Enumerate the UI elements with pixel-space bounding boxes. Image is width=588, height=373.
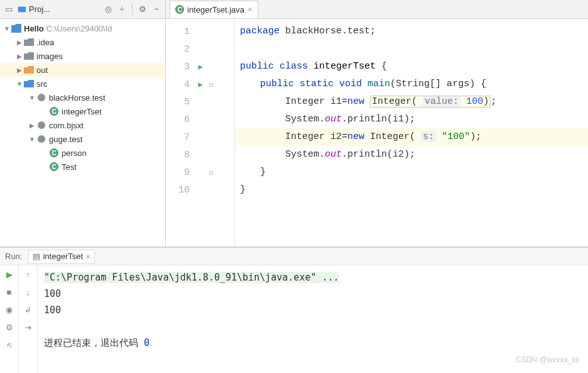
line-number: 3	[166, 62, 195, 72]
watermark: CSDN @wxxxx_xx	[516, 355, 579, 364]
tree-item-label: images	[36, 52, 63, 61]
tree-item-images[interactable]: ▶ images	[0, 49, 165, 63]
output-line: 100	[44, 288, 61, 299]
tree-root[interactable]: ▼ Hello C:\Users\29400\Id	[0, 21, 165, 35]
chevron-down-icon[interactable]: ▼	[3, 25, 11, 32]
project-icon	[11, 23, 21, 33]
tree-item-label: guge.test	[49, 135, 83, 144]
class-icon	[49, 148, 59, 158]
package-icon	[36, 92, 46, 103]
line-number: 9	[166, 167, 195, 178]
tree-item-out[interactable]: ▶ out	[0, 63, 165, 77]
line-number: 2	[166, 44, 195, 55]
tree-item-test[interactable]: Test	[0, 160, 165, 174]
up-icon[interactable]: ↑	[22, 268, 35, 281]
line-number: 6	[166, 114, 195, 125]
line-number: 1	[166, 26, 195, 37]
sidebar-title-text: Proj...	[29, 4, 50, 14]
tree-item-label: src	[36, 79, 47, 89]
code-editor[interactable]: 1 2 3▶ 4▶⊟ 5 6 7 8 9⊡ 10 package blackHo…	[166, 19, 588, 247]
class-icon	[175, 5, 184, 14]
line-number: 8	[166, 150, 195, 160]
scroll-end-icon[interactable]: ⇥	[22, 321, 35, 333]
gutter: 1 2 3▶ 4▶⊟ 5 6 7 8 9⊡ 10	[166, 19, 235, 247]
source-folder-icon	[24, 79, 34, 89]
folder-icon	[24, 37, 34, 47]
sidebar-title[interactable]: Proj...	[18, 4, 50, 14]
svg-rect-0	[18, 6, 26, 12]
chevron-down-icon[interactable]: ▼	[28, 94, 36, 101]
separator	[132, 4, 133, 15]
close-icon[interactable]: ×	[85, 252, 90, 262]
rerun-icon[interactable]: ▶	[3, 268, 16, 281]
tree-item-blackhorse[interactable]: ▼ blackHorse.test	[0, 91, 165, 104]
fold-end-icon[interactable]: ⊡	[206, 169, 216, 177]
chevron-down-icon[interactable]: ▼	[28, 136, 36, 143]
code-content[interactable]: package blackHorse.test; public class in…	[235, 19, 588, 247]
tree-item-idea[interactable]: ▶ .idea	[0, 35, 165, 49]
minimize-icon[interactable]: ▭	[4, 4, 14, 14]
expand-icon[interactable]: ÷	[117, 4, 127, 14]
line-number: 7	[166, 132, 195, 143]
run-gutter-icon[interactable]: ▶	[195, 62, 206, 72]
tree-item-label: Test	[62, 162, 77, 172]
tree-item-label: .idea	[36, 38, 54, 47]
editor-tab[interactable]: integerTset.java ×	[170, 1, 258, 18]
tree-item-label: com.bjsxt	[49, 121, 84, 130]
close-icon[interactable]: ×	[248, 4, 253, 14]
tree-item-src[interactable]: ▼ src	[0, 77, 165, 91]
tree-item-combjsxt[interactable]: ▶ com.bjsxt	[0, 118, 165, 132]
target-icon[interactable]: ◎	[103, 4, 113, 14]
chevron-right-icon[interactable]: ▶	[15, 39, 24, 46]
run-gutter-icon[interactable]: ▶	[195, 80, 206, 89]
chevron-right-icon[interactable]: ▶	[15, 53, 24, 60]
tree-item-integertset[interactable]: integerTset	[0, 104, 165, 118]
tab-label: integerTset.java	[187, 5, 244, 14]
snapshot-icon[interactable]: ◉	[3, 303, 16, 316]
tree-item-label: integerTset	[62, 107, 102, 116]
run-toolbar-left: ▶ ■ ◉ ⚙ ⎋	[0, 265, 19, 373]
chevron-right-icon[interactable]: ▶	[15, 67, 24, 74]
output-command: "C:\Program Files\Java\jdk1.8.0_91\bin\j…	[44, 272, 339, 283]
run-header: Run: ▤ integerTset ×	[0, 248, 588, 265]
soft-wrap-icon[interactable]: ↲	[22, 303, 35, 316]
project-tree: ▼ Hello C:\Users\29400\Id ▶ .idea ▶ imag…	[0, 19, 165, 247]
tree-item-label: out	[36, 65, 48, 75]
gear-icon[interactable]: ⚙	[138, 4, 148, 14]
fold-icon[interactable]: ⊟	[206, 81, 216, 89]
down-icon[interactable]: ↓	[22, 286, 35, 298]
tree-item-label: blackHorse.test	[49, 93, 106, 103]
exit-icon[interactable]: ⎋	[3, 338, 16, 351]
line-number: 10	[166, 185, 195, 196]
editor-area: integerTset.java × 1 2 3▶ 4▶⊟ 5 6 7 8 9⊡…	[166, 0, 588, 247]
output-line: 100	[44, 304, 61, 316]
dump-icon[interactable]: ⚙	[3, 321, 16, 333]
chevron-down-icon[interactable]: ▼	[15, 81, 24, 87]
line-number: 5	[166, 97, 195, 108]
project-sidebar: ▭ Proj... ◎ ÷ ⚙ − ▼ Hello C:\Users\29400…	[0, 0, 166, 247]
svg-point-3	[38, 135, 45, 143]
output-exit-code: 0	[144, 337, 150, 348]
folder-icon	[24, 51, 34, 61]
stop-icon[interactable]: ■	[3, 286, 16, 298]
folder-icon	[24, 65, 34, 75]
hide-icon[interactable]: −	[151, 4, 161, 14]
application-icon: ▤	[33, 252, 40, 261]
chevron-right-icon[interactable]: ▶	[28, 122, 36, 129]
run-panel-title: Run:	[5, 252, 22, 261]
tree-root-label: Hello	[24, 24, 44, 33]
run-toolbar-secondary: ↑ ↓ ↲ ⇥	[19, 265, 38, 373]
tree-item-person[interactable]: person	[0, 146, 165, 160]
line-number: 4	[166, 79, 195, 90]
class-icon	[49, 106, 59, 116]
editor-tabs: integerTset.java ×	[166, 0, 588, 19]
run-tab[interactable]: ▤ integerTset ×	[28, 250, 95, 264]
console-output[interactable]: "C:\Program Files\Java\jdk1.8.0_91\bin\j…	[38, 265, 588, 373]
svg-point-1	[38, 94, 45, 101]
run-panel: Run: ▤ integerTset × ▶ ■ ◉ ⚙ ⎋ ↑ ↓ ↲ ⇥ "…	[0, 247, 588, 373]
class-icon	[49, 162, 59, 172]
sidebar-header: ▭ Proj... ◎ ÷ ⚙ −	[0, 0, 165, 19]
svg-point-2	[38, 121, 45, 129]
tree-item-guge[interactable]: ▼ guge.test	[0, 132, 165, 146]
output-exit-text: 进程已结束，退出代码	[44, 337, 144, 348]
